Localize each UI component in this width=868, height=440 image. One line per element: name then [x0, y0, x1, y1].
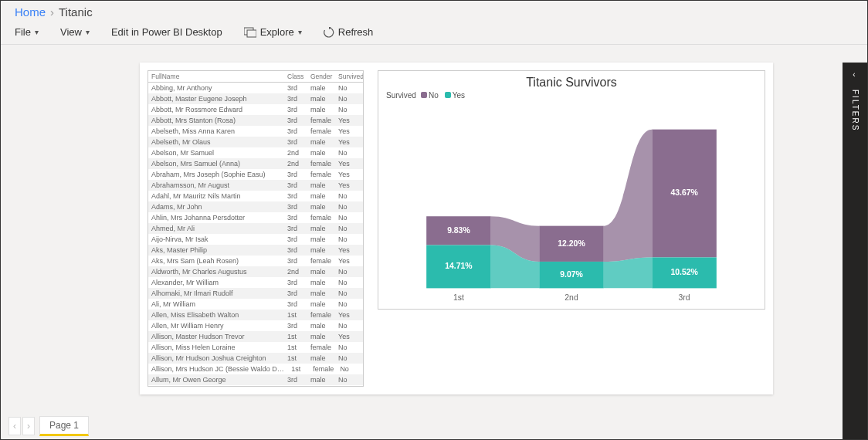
table-visual[interactable]: FullName Class Gender Survived Abbing, M…	[147, 70, 364, 387]
cell-survived: Yes	[335, 126, 363, 137]
cell-survived: Yes	[335, 158, 363, 169]
table-row[interactable]: Allen, Miss Elisabeth Walton1stfemaleYes	[148, 310, 363, 320]
cell-survived: No	[335, 277, 363, 288]
cell-survived: No	[335, 83, 363, 93]
cell-survived: No	[335, 342, 363, 353]
table-row[interactable]: Allison, Miss Helen Loraine1stfemaleNo	[148, 342, 363, 353]
filters-label: FILTERS	[851, 90, 860, 131]
explore-menu[interactable]: Explore ▾	[244, 26, 302, 38]
cell-survived: No	[335, 288, 363, 299]
chart-legend: Survived NoYes	[386, 91, 757, 100]
table-row[interactable]: Abbott, Master Eugene Joseph3rdmaleNo	[148, 93, 363, 104]
table-row[interactable]: Allison, Mr Hudson Joshua Creighton1stma…	[148, 353, 363, 364]
cell-gender: male	[307, 277, 335, 288]
cell-survived: No	[335, 93, 363, 104]
table-row[interactable]: Ahlin, Mrs Johanna Persdotter3rdfemaleNo	[148, 212, 363, 223]
table-row[interactable]: Abbott, Mr Rossmore Edward3rdmaleNo	[148, 104, 363, 115]
cell-gender: female	[307, 212, 335, 223]
col-survived[interactable]: Survived	[335, 71, 363, 82]
cell-class: 2nd	[284, 147, 307, 158]
cell-name: Allison, Mr Hudson Joshua Creighton	[148, 353, 284, 364]
breadcrumb-current: Titanic	[59, 5, 93, 19]
edit-desktop-button[interactable]: Edit in Power BI Desktop	[111, 26, 222, 38]
toolbar: File ▾ View ▾ Edit in Power BI Desktop E…	[1, 22, 867, 45]
cell-survived: Yes	[335, 310, 363, 320]
table-row[interactable]: Ahmed, Mr Ali3rdmaleNo	[148, 223, 363, 234]
cell-class: 3rd	[284, 180, 307, 191]
table-row[interactable]: Abelson, Mrs Samuel (Anna)2ndfemaleYes	[148, 158, 363, 169]
cell-gender: male	[307, 83, 335, 93]
col-class[interactable]: Class	[284, 71, 307, 82]
table-row[interactable]: Alexander, Mr William3rdmaleNo	[148, 277, 363, 288]
cell-gender: male	[307, 234, 335, 245]
cell-survived: No	[335, 266, 363, 277]
cell-survived: No	[335, 234, 363, 245]
cell-survived: Yes	[335, 331, 363, 342]
cell-class: 3rd	[284, 256, 307, 266]
table-row[interactable]: Aks, Mrs Sam (Leah Rosen)3rdfemaleYes	[148, 256, 363, 266]
table-row[interactable]: Aldworth, Mr Charles Augustus2ndmaleNo	[148, 266, 363, 277]
view-label: View	[60, 26, 82, 38]
file-menu[interactable]: File ▾	[15, 26, 39, 38]
cell-gender: male	[307, 288, 335, 299]
cell-class: 3rd	[284, 320, 307, 331]
table-row[interactable]: Abraham, Mrs Joseph (Sophie Easu)3rdfema…	[148, 169, 363, 180]
cell-class: 3rd	[284, 299, 307, 310]
page-tab[interactable]: Page 1	[39, 416, 89, 436]
legend-swatch	[421, 92, 427, 98]
cell-gender: male	[307, 353, 335, 364]
svg-text:2nd: 2nd	[565, 293, 578, 302]
col-fullname[interactable]: FullName	[148, 71, 284, 82]
cell-name: Ali, Mr William	[148, 299, 284, 310]
table-row[interactable]: Allison, Mrs Hudson JC (Bessie Waldo Dan…	[148, 364, 363, 374]
cell-survived: No	[335, 212, 363, 223]
table-row[interactable]: Abelson, Mr Samuel2ndmaleNo	[148, 147, 363, 158]
explore-icon	[244, 27, 256, 38]
table-row[interactable]: Allison, Master Hudson Trevor1stmaleYes	[148, 331, 363, 342]
cell-survived: No	[335, 104, 363, 115]
page-next-button[interactable]: ›	[22, 417, 35, 435]
breadcrumb: Home › Titanic	[1, 1, 867, 22]
filters-pane-toggle[interactable]: ‹ FILTERS	[843, 63, 867, 439]
cell-gender: male	[307, 374, 335, 385]
cell-name: Abelson, Mr Samuel	[148, 147, 284, 158]
cell-name: Allison, Master Hudson Trevor	[148, 331, 284, 342]
cell-name: Aldworth, Mr Charles Augustus	[148, 266, 284, 277]
cell-name: Allison, Miss Helen Loraine	[148, 342, 284, 353]
table-row[interactable]: Abrahamsson, Mr August3rdmaleYes	[148, 180, 363, 191]
col-gender[interactable]: Gender	[307, 71, 335, 82]
cell-gender: male	[307, 137, 335, 147]
cell-name: Aks, Master Philip	[148, 245, 284, 256]
table-row[interactable]: Abelseth, Mr Olaus3rdmaleYes	[148, 137, 363, 147]
cell-gender: male	[307, 266, 335, 277]
table-row[interactable]: Ali, Mr William3rdmaleNo	[148, 299, 363, 310]
table-row[interactable]: Adams, Mr John3rdmaleNo	[148, 201, 363, 212]
table-row[interactable]: Alhomaki, Mr Ilmari Rudolf3rdmaleNo	[148, 288, 363, 299]
cell-class: 1st	[284, 310, 307, 320]
chart-body: 9.83%14.71%1st12.20%9.07%2nd43.67%10.52%…	[386, 104, 757, 309]
table-row[interactable]: Aijo-Nirva, Mr Isak3rdmaleNo	[148, 234, 363, 245]
refresh-icon	[324, 27, 334, 38]
svg-text:1st: 1st	[453, 293, 464, 302]
cell-gender: male	[307, 223, 335, 234]
breadcrumb-home[interactable]: Home	[15, 5, 46, 19]
table-row[interactable]: Abbott, Mrs Stanton (Rosa)3rdfemaleYes	[148, 115, 363, 126]
table-header: FullName Class Gender Survived	[148, 71, 363, 83]
view-menu[interactable]: View ▾	[60, 26, 90, 38]
table-row[interactable]: Abbing, Mr Anthony3rdmaleNo	[148, 83, 363, 93]
cell-gender: male	[307, 147, 335, 158]
table-row[interactable]: Adahl, Mr Mauritz Nils Martin3rdmaleNo	[148, 191, 363, 201]
table-row[interactable]: Abelseth, Miss Anna Karen3rdfemaleYes	[148, 126, 363, 137]
refresh-button[interactable]: Refresh	[324, 26, 374, 38]
chevron-down-icon: ▾	[86, 28, 90, 36]
cell-survived: No	[335, 374, 363, 385]
table-row[interactable]: Allen, Mr William Henry3rdmaleNo	[148, 320, 363, 331]
svg-text:9.07%: 9.07%	[560, 269, 583, 279]
cell-gender: male	[307, 104, 335, 115]
table-body[interactable]: Abbing, Mr Anthony3rdmaleNoAbbott, Maste…	[148, 83, 363, 386]
chart-visual[interactable]: Titanic Survivors Survived NoYes 9.83%14…	[378, 70, 765, 310]
cell-name: Allum, Mr Owen George	[148, 374, 284, 385]
page-prev-button[interactable]: ‹	[8, 417, 21, 435]
table-row[interactable]: Allum, Mr Owen George3rdmaleNo	[148, 374, 363, 385]
table-row[interactable]: Aks, Master Philip3rdmaleYes	[148, 245, 363, 256]
